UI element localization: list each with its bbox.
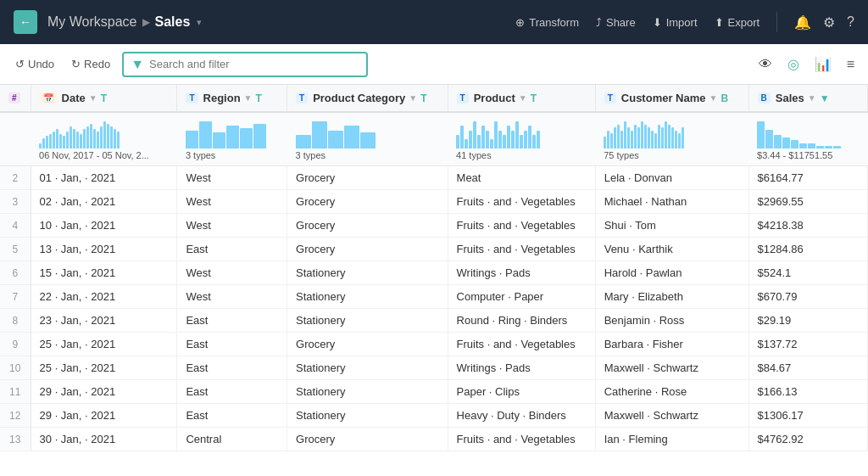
notification-icon[interactable]: 🔔 — [794, 14, 811, 31]
help-icon[interactable]: ? — [847, 14, 854, 30]
cell-region: East — [177, 309, 287, 333]
filter-customer-icon[interactable]: B — [721, 92, 728, 104]
col-header-date[interactable]: 📅 Date ▼ T — [31, 85, 177, 112]
table-row[interactable]: 12 29 · Jan, · 2021 East Stationery Heav… — [0, 404, 868, 428]
cell-region: East — [177, 333, 287, 356]
sort-region-icon[interactable]: ▼ — [244, 93, 253, 103]
col-header-rownum: # — [0, 85, 31, 112]
cell-region: Central — [177, 428, 287, 451]
col-type-t-customer: T — [604, 92, 616, 104]
cell-rownum: 4 — [0, 214, 31, 238]
undo-button[interactable]: ↺ Undo — [10, 54, 59, 74]
cell-date: 25 · Jan, · 2021 — [31, 356, 177, 380]
cell-rownum: 10 — [0, 356, 31, 380]
cell-date: 25 · Jan, · 2021 — [31, 333, 177, 356]
category-mini-chart — [296, 118, 440, 148]
cell-customer: Shui · Tom — [595, 214, 748, 238]
sort-customer-icon[interactable]: ▼ — [709, 93, 718, 103]
cell-sales: $524.1 — [748, 261, 867, 285]
filter-date-icon[interactable]: T — [101, 92, 107, 104]
table-row[interactable]: 4 10 · Jan, · 2021 West Grocery Fruits ·… — [0, 214, 868, 238]
summary-region: 3 types — [177, 112, 287, 166]
col-label-category: Product Category — [313, 92, 405, 104]
filter-product-icon[interactable]: T — [531, 92, 537, 104]
table-row[interactable]: 6 15 · Jan, · 2021 West Stationery Writi… — [0, 261, 868, 285]
sort-date-icon[interactable]: ▼ — [89, 93, 97, 103]
table-row[interactable]: 13 30 · Jan, · 2021 Central Grocery Frui… — [0, 428, 868, 451]
cell-date: 13 · Jan, · 2021 — [31, 238, 177, 261]
sort-sales-icon[interactable]: ▼ — [808, 93, 816, 103]
cell-category: Grocery — [287, 333, 448, 356]
settings-icon[interactable]: ⚙ — [823, 14, 835, 31]
col-label-sales: Sales — [776, 92, 804, 104]
cell-rownum: 8 — [0, 309, 31, 333]
col-type-t-product: T — [457, 92, 469, 104]
share-button[interactable]: ⤴ Share — [596, 16, 636, 29]
cell-product: Computer · Paper — [448, 285, 595, 309]
col-header-category[interactable]: T Product Category ▼ T — [287, 85, 448, 112]
filter-category-icon[interactable]: T — [420, 92, 426, 104]
back-icon: ← — [19, 15, 31, 29]
cell-rownum: 11 — [0, 380, 31, 404]
cell-region: East — [177, 238, 287, 261]
table-row[interactable]: 5 13 · Jan, · 2021 East Grocery Fruits ·… — [0, 238, 868, 261]
cell-category: Grocery — [287, 166, 448, 190]
table-row[interactable]: 7 22 · Jan, · 2021 West Stationery Compu… — [0, 285, 868, 309]
cell-region: West — [177, 261, 287, 285]
eye-icon[interactable]: 👁 — [755, 53, 776, 76]
filter-icon: ▼ — [131, 57, 144, 72]
table-row[interactable]: 2 01 · Jan, · 2021 West Grocery Meat Lel… — [0, 166, 868, 190]
cell-rownum: 2 — [0, 166, 31, 190]
cell-date: 23 · Jan, · 2021 — [31, 309, 177, 333]
cell-date: 15 · Jan, · 2021 — [31, 261, 177, 285]
top-navigation: ← My Workspace ▶ Sales ▾ ⊕ Transform ⤴ S… — [0, 0, 868, 44]
cell-customer: Venu · Karthik — [595, 238, 748, 261]
cell-date: 01 · Jan, · 2021 — [31, 166, 177, 190]
cell-category: Stationery — [287, 309, 448, 333]
cell-category: Stationery — [287, 261, 448, 285]
cell-rownum: 3 — [0, 190, 31, 214]
sales-dropdown-icon[interactable]: ▾ — [197, 17, 202, 28]
cell-category: Grocery — [287, 214, 448, 238]
table-row[interactable]: 11 29 · Jan, · 2021 East Stationery Pape… — [0, 380, 868, 404]
filter-region-icon[interactable]: T — [255, 92, 261, 104]
filter-sales-icon[interactable]: ▼ — [820, 92, 830, 104]
col-header-product[interactable]: T Product ▼ T — [448, 85, 595, 112]
sort-category-icon[interactable]: ▼ — [409, 93, 417, 103]
cell-category: Grocery — [287, 190, 448, 214]
export-icon: ⬆ — [715, 16, 724, 29]
cell-region: West — [177, 285, 287, 309]
cell-customer: Lela · Donvan — [595, 166, 748, 190]
table-row[interactable]: 3 02 · Jan, · 2021 West Grocery Fruits ·… — [0, 190, 868, 214]
summary-row: 06 Nov, 2017 - 05 Nov, 2... 3 types 3 ty… — [0, 112, 868, 166]
cell-customer: Maxwell · Schwartz — [595, 404, 748, 428]
target-icon[interactable]: ◎ — [784, 53, 803, 76]
cell-date: 30 · Jan, · 2021 — [31, 428, 177, 451]
col-header-sales[interactable]: B Sales ▼ ▼ — [748, 85, 867, 112]
table-body: 2 01 · Jan, · 2021 West Grocery Meat Lel… — [0, 166, 868, 451]
chart-icon[interactable]: 📊 — [811, 53, 835, 76]
table-row[interactable]: 8 23 · Jan, · 2021 East Stationery Round… — [0, 309, 868, 333]
layout-icon[interactable]: ≡ — [843, 53, 858, 76]
col-label-region: Region — [203, 92, 241, 104]
data-table: # 📅 Date ▼ T T Region ▼ — [0, 85, 868, 451]
back-button[interactable]: ← — [14, 10, 37, 34]
col-header-customer[interactable]: T Customer Name ▼ B — [595, 85, 748, 112]
table-row[interactable]: 10 25 · Jan, · 2021 East Stationery Writ… — [0, 356, 868, 380]
col-header-region[interactable]: T Region ▼ T — [177, 85, 287, 112]
cell-product: Fruits · and · Vegetables — [448, 428, 595, 451]
transform-button[interactable]: ⊕ Transform — [515, 16, 579, 29]
sort-product-icon[interactable]: ▼ — [519, 93, 527, 103]
summary-sales: $3.44 - $11751.55 — [748, 112, 867, 166]
workspace-label[interactable]: My Workspace — [47, 14, 137, 30]
cell-rownum: 13 — [0, 428, 31, 451]
search-filter-bar[interactable]: ▼ — [122, 52, 368, 77]
cell-product: Fruits · and · Vegetables — [448, 238, 595, 261]
import-button[interactable]: ⬇ Import — [653, 16, 698, 29]
cell-region: East — [177, 356, 287, 380]
redo-button[interactable]: ↻ Redo — [66, 54, 115, 74]
date-mini-chart — [39, 118, 169, 148]
export-button[interactable]: ⬆ Export — [715, 16, 760, 29]
search-input[interactable] — [149, 58, 359, 70]
table-row[interactable]: 9 25 · Jan, · 2021 East Grocery Fruits ·… — [0, 333, 868, 356]
